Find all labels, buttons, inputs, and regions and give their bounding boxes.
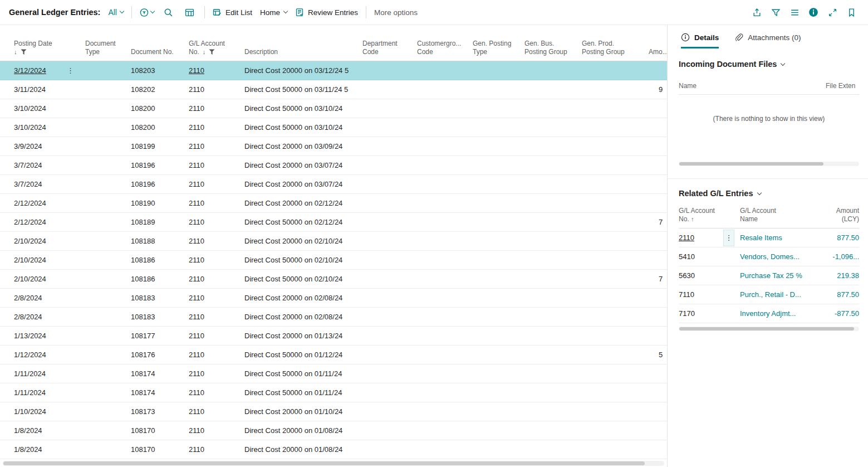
related-entry-row[interactable]: 2110⋮Resale Items877.50 bbox=[679, 228, 859, 247]
related-cell-amount[interactable]: -1,096... bbox=[811, 252, 859, 261]
cell-description[interactable]: Direct Cost 20000 on 02/10/24 bbox=[244, 237, 362, 245]
related-cell-account-name[interactable]: Purchase Tax 25 % bbox=[740, 271, 806, 280]
related-cell-account-no[interactable]: 5630 bbox=[679, 271, 734, 280]
table-row[interactable]: 1/11/20241081742110Direct Cost 50000 on … bbox=[0, 364, 667, 383]
cell-description[interactable]: Direct Cost 20000 on 02/08/24 bbox=[244, 294, 362, 302]
cell-gl-account-no[interactable]: 2110 bbox=[189, 256, 244, 264]
table-row[interactable]: 2/12/20241081902110Direct Cost 20000 on … bbox=[0, 194, 667, 213]
cell-document-no[interactable]: 108188 bbox=[131, 237, 189, 245]
scrollbar-thumb[interactable] bbox=[679, 327, 854, 330]
column-header-document-type[interactable]: Document Type bbox=[85, 40, 131, 61]
cell-document-no[interactable]: 108183 bbox=[131, 313, 189, 321]
cell-gl-account-no[interactable]: 2110 bbox=[189, 218, 244, 226]
cell-document-no[interactable]: 108200 bbox=[131, 123, 189, 132]
cell-gl-account-no[interactable]: 2110 bbox=[189, 66, 244, 75]
related-cell-account-name[interactable]: Vendors, Domes... bbox=[740, 252, 806, 261]
table-row[interactable]: 2/10/20241081862110Direct Cost 50000 on … bbox=[0, 270, 667, 289]
cell-description[interactable]: Direct Cost 50000 on 02/12/24 bbox=[244, 218, 362, 226]
table-row[interactable]: 3/10/20241082002110Direct Cost 50000 on … bbox=[0, 99, 667, 118]
column-header-customergroup-code[interactable]: Customergro... Code bbox=[417, 40, 473, 61]
column-header-description[interactable]: Description bbox=[244, 48, 362, 61]
cell-gl-account-no[interactable]: 2110 bbox=[189, 294, 244, 302]
cell-posting-date[interactable]: 1/11/2024 bbox=[14, 388, 85, 397]
cell-amount[interactable]: 7 bbox=[649, 218, 667, 226]
cell-gl-account-no[interactable]: 2110 bbox=[189, 369, 244, 378]
edit-list-button[interactable]: Edit List bbox=[213, 8, 252, 17]
cell-gl-account-no[interactable]: 2110 bbox=[189, 180, 244, 188]
cell-document-no[interactable]: 108203 bbox=[131, 66, 189, 75]
cell-document-no[interactable]: 108199 bbox=[131, 142, 189, 150]
related-col-account-name[interactable]: G/L Account Name bbox=[740, 207, 806, 223]
table-row[interactable]: 3/7/20241081962110Direct Cost 20000 on 0… bbox=[0, 175, 667, 194]
cell-gl-account-no[interactable]: 2110 bbox=[189, 407, 244, 416]
cell-description[interactable]: Direct Cost 20000 on 01/08/24 bbox=[244, 426, 362, 435]
cell-posting-date[interactable]: 1/10/2024 bbox=[14, 407, 85, 416]
related-cell-account-name[interactable]: Resale Items bbox=[740, 234, 806, 242]
cell-posting-date[interactable]: 2/12/2024 bbox=[14, 199, 85, 207]
cell-document-no[interactable]: 108170 bbox=[131, 445, 189, 454]
cell-gl-account-no[interactable]: 2110 bbox=[189, 161, 244, 169]
cell-gl-account-no[interactable]: 2110 bbox=[189, 123, 244, 132]
tab-attachments[interactable]: Attachments (0) bbox=[734, 33, 801, 48]
column-header-department-code[interactable]: Department Code bbox=[362, 40, 417, 61]
view-selector[interactable]: All bbox=[108, 8, 124, 17]
cell-description[interactable]: Direct Cost 50000 on 03/10/24 bbox=[244, 104, 362, 113]
related-cell-amount[interactable]: 877.50 bbox=[811, 234, 859, 242]
cell-gl-account-no[interactable]: 2110 bbox=[189, 237, 244, 245]
scrollbar-thumb[interactable] bbox=[3, 461, 645, 465]
cell-gl-account-no[interactable]: 2110 bbox=[189, 332, 244, 340]
cell-document-no[interactable]: 108189 bbox=[131, 218, 189, 226]
cell-posting-date[interactable]: 2/10/2024 bbox=[14, 256, 85, 264]
list-view-button[interactable] bbox=[788, 5, 801, 20]
cell-gl-account-no[interactable]: 2110 bbox=[189, 445, 244, 454]
related-cell-amount[interactable]: 219.38 bbox=[811, 271, 859, 280]
cell-posting-date[interactable]: 1/8/2024 bbox=[14, 445, 85, 454]
cell-description[interactable]: Direct Cost 20000 on 01/08/24 bbox=[244, 445, 362, 454]
cell-description[interactable]: Direct Cost 20000 on 03/09/24 bbox=[244, 142, 362, 150]
table-row[interactable]: 3/7/20241081962110Direct Cost 20000 on 0… bbox=[0, 156, 667, 175]
tab-details[interactable]: Details bbox=[681, 33, 719, 48]
cell-description[interactable]: Direct Cost 50000 on 02/10/24 bbox=[244, 256, 362, 264]
analysis-mode-button[interactable] bbox=[183, 5, 197, 20]
incoming-document-files-section-header[interactable]: Incoming Document Files bbox=[679, 60, 859, 69]
cell-document-no[interactable]: 108176 bbox=[131, 351, 189, 359]
cell-document-no[interactable]: 108202 bbox=[131, 85, 189, 94]
table-row[interactable]: 1/13/20241081772110Direct Cost 20000 on … bbox=[0, 327, 667, 346]
table-row[interactable]: 1/8/20241081702110Direct Cost 20000 on 0… bbox=[0, 440, 667, 459]
related-cell-amount[interactable]: -877.50 bbox=[811, 309, 859, 318]
incoming-col-file-extension[interactable]: File Exten bbox=[826, 82, 859, 90]
cell-document-no[interactable]: 108173 bbox=[131, 407, 189, 416]
cell-description[interactable]: Direct Cost 20000 on 02/08/24 bbox=[244, 313, 362, 321]
related-entry-row[interactable]: 5410Vendors, Domes...-1,096... bbox=[679, 247, 859, 266]
cell-posting-date[interactable]: 2/10/2024 bbox=[14, 275, 85, 283]
table-row[interactable]: 2/10/20241081862110Direct Cost 50000 on … bbox=[0, 251, 667, 270]
cell-gl-account-no[interactable]: 2110 bbox=[189, 275, 244, 283]
related-entry-row[interactable]: 7110Purch., Retail - D...877.50 bbox=[679, 285, 859, 304]
cell-description[interactable]: Direct Cost 50000 on 03/10/24 bbox=[244, 123, 362, 132]
cell-document-no[interactable]: 108186 bbox=[131, 275, 189, 283]
cell-amount[interactable]: 7 bbox=[649, 275, 667, 283]
column-header-posting-date[interactable]: Posting Date ↓ bbox=[14, 40, 85, 61]
cell-document-no[interactable]: 108174 bbox=[131, 388, 189, 397]
table-row[interactable]: 2/8/20241081832110Direct Cost 20000 on 0… bbox=[0, 289, 667, 308]
cell-gl-account-no[interactable]: 2110 bbox=[189, 199, 244, 207]
incoming-col-name[interactable]: Name bbox=[679, 82, 697, 90]
cell-posting-date[interactable]: 2/8/2024 bbox=[14, 294, 85, 302]
cell-posting-date[interactable]: 1/11/2024 bbox=[14, 369, 85, 378]
table-row[interactable]: 3/10/20241082002110Direct Cost 50000 on … bbox=[0, 118, 667, 137]
column-header-gen-prod-posting-group[interactable]: Gen. Prod. Posting Group bbox=[582, 40, 649, 61]
cell-posting-date[interactable]: 3/9/2024 bbox=[14, 142, 85, 150]
cell-description[interactable]: Direct Cost 50000 on 03/11/24 5 bbox=[244, 85, 362, 94]
cell-document-no[interactable]: 108174 bbox=[131, 369, 189, 378]
cell-description[interactable]: Direct Cost 50000 on 01/12/24 bbox=[244, 351, 362, 359]
column-header-amount[interactable]: Amo... bbox=[649, 48, 667, 61]
cell-posting-date[interactable]: 3/10/2024 bbox=[14, 123, 85, 132]
column-header-gl-account-no[interactable]: G/L Account No. ↓ bbox=[189, 40, 244, 61]
cell-description[interactable]: Direct Cost 20000 on 01/13/24 bbox=[244, 332, 362, 340]
cell-description[interactable]: Direct Cost 20000 on 03/12/24 5 bbox=[244, 66, 362, 75]
cell-posting-date[interactable]: 1/8/2024 bbox=[14, 426, 85, 435]
related-col-account-no[interactable]: G/L Account No. ↑ bbox=[679, 207, 734, 223]
related-cell-account-no[interactable]: 7170 bbox=[679, 309, 734, 318]
related-cell-account-name[interactable]: Purch., Retail - D... bbox=[740, 290, 806, 299]
cell-description[interactable]: Direct Cost 20000 on 01/10/24 bbox=[244, 407, 362, 416]
